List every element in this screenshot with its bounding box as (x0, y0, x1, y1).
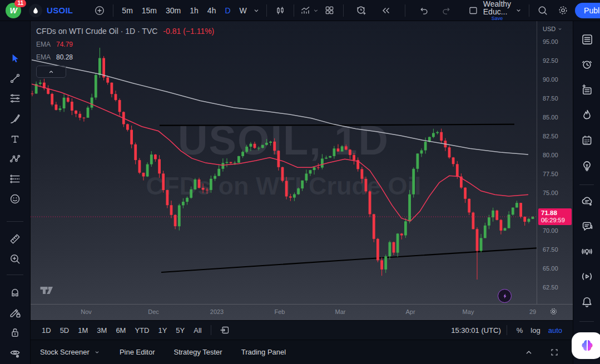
separator (529, 4, 529, 17)
time-axis[interactable]: NovDec2023FebMarAprMay29 (31, 304, 573, 320)
indicators-button[interactable] (299, 2, 321, 19)
alerts-icon[interactable] (577, 56, 596, 73)
legend-collapse-button[interactable] (36, 66, 66, 78)
settings-gear-icon[interactable] (554, 2, 572, 19)
boost-lightning-button[interactable] (498, 289, 512, 303)
interval-1h[interactable]: 1h (186, 4, 202, 17)
streams-icon[interactable] (577, 242, 596, 260)
forecast-tool[interactable] (6, 170, 24, 188)
trend-line-support[interactable] (161, 248, 537, 272)
currency-selector[interactable]: USD (543, 26, 563, 32)
interval-30m[interactable]: 30m (162, 4, 185, 17)
tradingview-logo[interactable] (38, 285, 55, 296)
separator (294, 4, 294, 17)
tab-strategy-tester[interactable]: Strategy Tester (173, 348, 222, 356)
tab-trading-panel[interactable]: Trading Panel (241, 348, 286, 356)
goto-date-button[interactable] (216, 322, 234, 338)
auto-scale-button[interactable]: auto (544, 324, 566, 337)
gann-fib-tool[interactable] (6, 89, 24, 107)
lock-tool[interactable] (6, 323, 24, 341)
axis-settings-gear-icon[interactable] (549, 307, 558, 316)
symbol-button[interactable]: USOIL (47, 6, 73, 15)
tab-label: Stock Screener (40, 348, 90, 356)
range-5y[interactable]: 5Y (171, 324, 189, 337)
bar-countdown: 06:29:59 (541, 217, 565, 223)
layout-name-button[interactable]: Wealthy Educ... Save (483, 0, 511, 21)
ruler-tool[interactable] (6, 230, 24, 248)
range-buttons: 1D5D1M3M6MYTD1Y5YAll (37, 324, 206, 337)
cursor-tool[interactable] (6, 49, 24, 67)
range-1y[interactable]: 1Y (153, 324, 171, 337)
interval-5m[interactable]: 5m (118, 4, 136, 17)
range-6m[interactable]: 6M (111, 324, 130, 337)
range-5d[interactable]: 5D (56, 324, 74, 337)
chart-type-candles-button[interactable] (271, 2, 289, 19)
layout-name: Wealthy Educ... (483, 0, 511, 16)
undo-button[interactable] (415, 2, 433, 19)
ema-fast-line[interactable] (32, 84, 528, 221)
interval-4h[interactable]: 4h (204, 4, 220, 17)
alert-plus-button[interactable] (353, 2, 370, 19)
sidebar-divider (579, 321, 594, 322)
layout-chevron-icon[interactable] (512, 2, 524, 19)
layout-grid-button[interactable] (321, 2, 339, 19)
emoji-tool[interactable] (6, 190, 24, 208)
live-icon[interactable] (577, 268, 596, 286)
interval-buttons: 5m15m30m1h4hDW (118, 4, 250, 17)
redo-button[interactable] (438, 2, 455, 19)
ema-fast-legend[interactable]: EMA 74.79 (36, 41, 214, 48)
ema-label: EMA (36, 41, 51, 48)
price-axis[interactable]: USD 71.88 06:29:59 95.0092.5090.0087.508… (537, 21, 573, 304)
notifications-icon[interactable] (577, 293, 596, 311)
separator (507, 325, 507, 335)
range-all[interactable]: All (189, 324, 206, 337)
interval-chevron-icon[interactable] (251, 2, 262, 19)
eye-hide-tool[interactable] (6, 344, 24, 362)
text-tool[interactable] (6, 130, 24, 148)
percent-scale-button[interactable]: % (513, 324, 527, 337)
price-tick: 80.00 (543, 152, 558, 158)
magnet-tool[interactable] (6, 283, 24, 301)
layout-select-icon[interactable] (464, 2, 482, 19)
minds-icon[interactable] (577, 192, 596, 210)
interval-15m[interactable]: 15m (138, 4, 161, 17)
sidebar-divider (579, 185, 594, 185)
symbol-compare-button[interactable] (91, 2, 108, 19)
chart-pane[interactable]: USOIL, 1D CFDs on WTI Crude Oil CFDs on … (31, 21, 537, 304)
symbol-title[interactable]: CFDs on WTI Crude Oil · 1D · TVC (36, 27, 157, 36)
publish-button[interactable]: Publish (575, 3, 600, 18)
ema-value: 80.28 (56, 53, 73, 61)
ideas-icon[interactable] (577, 157, 596, 174)
chat-icon[interactable] (577, 217, 596, 235)
hotlist-icon[interactable] (577, 106, 596, 124)
range-ytd[interactable]: YTD (130, 324, 153, 337)
interval-w[interactable]: W (236, 4, 251, 17)
range-3m[interactable]: 3M (92, 324, 111, 337)
trend-line-tool[interactable] (6, 69, 24, 87)
tab-pine-editor[interactable]: Pine Editor (120, 348, 155, 356)
search-icon[interactable] (534, 2, 552, 19)
bar-replay-button[interactable] (377, 2, 395, 19)
panel-collapse-chevron-icon[interactable] (520, 344, 538, 361)
fullscreen-icon[interactable] (546, 344, 563, 361)
user-avatar[interactable]: W 11 (6, 3, 21, 18)
ema-slow-legend[interactable]: EMA 80.28 (36, 53, 214, 61)
tradingview-app: W 11 USOIL 5m15m30m1h4hDW (0, 0, 600, 364)
pattern-tool[interactable] (6, 150, 24, 168)
interval-d[interactable]: D (221, 4, 234, 17)
tab-stock-screener[interactable]: Stock Screener (40, 348, 101, 356)
zoom-in-tool[interactable] (6, 250, 24, 268)
log-scale-button[interactable]: log (527, 324, 544, 337)
currency-label: USD (543, 26, 556, 32)
brush-tool[interactable] (6, 110, 24, 128)
edit-lock-tool[interactable] (6, 303, 24, 321)
calendar-icon[interactable] (577, 131, 596, 149)
clock-utc[interactable]: 15:30:01 (UTC) (451, 326, 501, 335)
range-1m[interactable]: 1M (73, 324, 92, 337)
save-label[interactable]: Save (492, 16, 503, 21)
watchlist-icon[interactable] (577, 30, 596, 48)
ai-assistant-pill[interactable] (572, 332, 600, 359)
range-1d[interactable]: 1D (37, 324, 56, 337)
price-tick: 70.00 (543, 227, 558, 234)
journal-plus-icon[interactable] (577, 81, 596, 98)
